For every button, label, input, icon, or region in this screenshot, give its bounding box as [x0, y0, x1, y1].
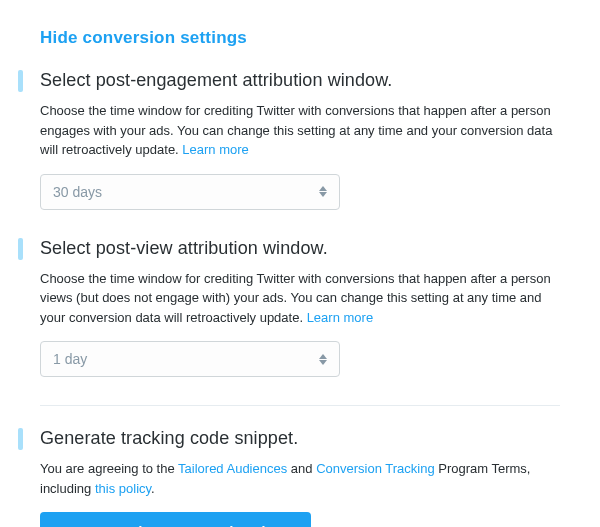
select-value: 30 days — [53, 184, 319, 200]
post-view-section: Select post-view attribution window. Cho… — [40, 238, 560, 378]
section-accent — [18, 238, 23, 260]
hide-conversion-settings-toggle[interactable]: Hide conversion settings — [40, 28, 560, 48]
description-text: Choose the time window for crediting Twi… — [40, 271, 551, 325]
tailored-audiences-link[interactable]: Tailored Audiences — [178, 461, 287, 476]
conversion-tracking-link[interactable]: Conversion Tracking — [316, 461, 435, 476]
learn-more-link[interactable]: Learn more — [307, 310, 373, 325]
section-title: Select post-view attribution window. — [40, 238, 560, 259]
section-description: Choose the time window for crediting Twi… — [40, 269, 560, 328]
learn-more-link[interactable]: Learn more — [182, 142, 248, 157]
stepper-icon — [319, 354, 327, 365]
this-policy-link[interactable]: this policy — [95, 481, 151, 496]
select-value: 1 day — [53, 351, 319, 367]
section-description: Choose the time window for crediting Twi… — [40, 101, 560, 160]
section-accent — [18, 70, 23, 92]
divider — [40, 405, 560, 406]
terms-text: You are agreeing to the Tailored Audienc… — [40, 459, 560, 498]
section-title: Generate tracking code snippet. — [40, 428, 560, 449]
post-view-window-select[interactable]: 1 day — [40, 341, 340, 377]
terms-end: . — [151, 481, 155, 496]
section-accent — [18, 428, 23, 450]
terms-pre: You are agreeing to the — [40, 461, 178, 476]
post-engagement-window-select[interactable]: 30 days — [40, 174, 340, 210]
stepper-icon — [319, 186, 327, 197]
section-title: Select post-engagement attribution windo… — [40, 70, 560, 91]
description-text: Choose the time window for crediting Twi… — [40, 103, 552, 157]
save-generate-button[interactable]: Save tag and generate code snippet — [40, 512, 311, 527]
post-engagement-section: Select post-engagement attribution windo… — [40, 70, 560, 210]
generate-snippet-section: Generate tracking code snippet. You are … — [40, 428, 560, 527]
terms-mid: and — [287, 461, 316, 476]
